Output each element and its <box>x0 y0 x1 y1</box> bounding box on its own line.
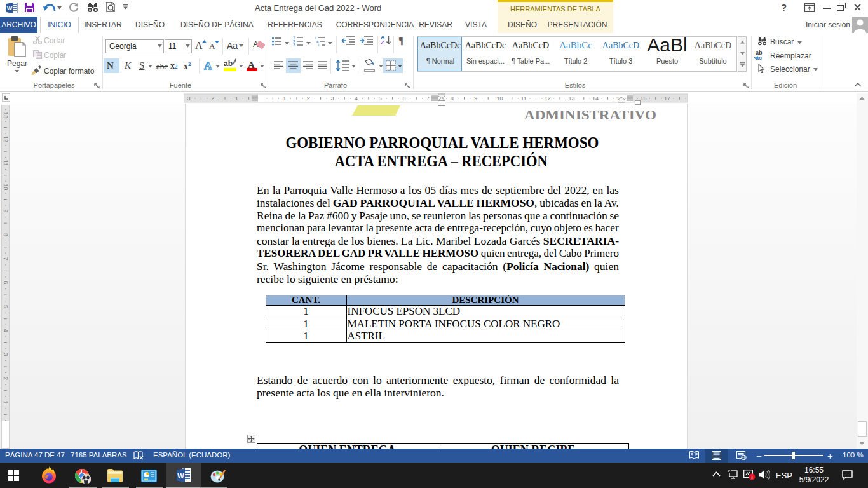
svg-text:3: 3 <box>293 43 295 46</box>
svg-text:12: 12 <box>3 136 9 142</box>
svg-text:13: 13 <box>3 112 9 118</box>
svg-text:7: 7 <box>3 257 9 261</box>
svg-text:2: 2 <box>211 95 214 102</box>
svg-text:14: 14 <box>592 95 599 102</box>
svg-text:1: 1 <box>3 400 9 403</box>
svg-text:1: 1 <box>283 95 286 102</box>
svg-text:10: 10 <box>496 95 503 102</box>
svg-text:i: i <box>318 43 319 46</box>
svg-text:4: 4 <box>355 95 358 102</box>
svg-text:3: 3 <box>3 353 9 356</box>
svg-text:3: 3 <box>187 95 191 102</box>
svg-text:17: 17 <box>664 95 670 102</box>
svg-text:!: ! <box>751 475 753 480</box>
svg-text:13: 13 <box>568 95 574 102</box>
svg-text:8: 8 <box>3 233 9 236</box>
svg-text:5: 5 <box>379 95 382 102</box>
svg-text:6: 6 <box>402 95 405 102</box>
svg-text:9: 9 <box>474 95 477 102</box>
svg-text:9: 9 <box>3 209 9 212</box>
svg-text:4: 4 <box>3 329 9 332</box>
svg-text:10: 10 <box>3 184 9 190</box>
svg-text:5: 5 <box>3 305 9 308</box>
svg-text:6: 6 <box>3 281 9 284</box>
svg-text:W: W <box>7 5 13 11</box>
svg-text:8: 8 <box>451 95 454 102</box>
svg-text:2: 2 <box>3 377 9 380</box>
svg-text:11: 11 <box>3 160 9 166</box>
svg-text:7: 7 <box>426 95 430 102</box>
svg-text:16: 16 <box>640 95 646 102</box>
svg-text:12: 12 <box>545 95 551 102</box>
svg-text:W: W <box>177 472 184 480</box>
svg-text:2: 2 <box>307 95 310 102</box>
svg-text:11: 11 <box>520 95 526 102</box>
svg-text:1: 1 <box>235 95 238 102</box>
svg-text:3: 3 <box>330 95 334 102</box>
